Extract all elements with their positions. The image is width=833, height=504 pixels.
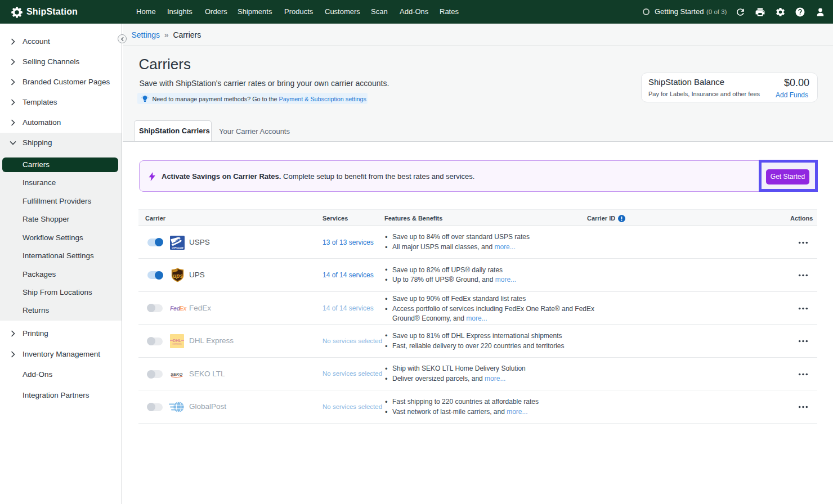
- svg-text:EXPRESS: EXPRESS: [172, 343, 182, 345]
- svg-text:USPS.COM: USPS.COM: [172, 246, 183, 249]
- svg-text:DHL: DHL: [173, 338, 182, 343]
- svg-text:ups: ups: [173, 273, 183, 279]
- svg-text:SEKO: SEKO: [171, 372, 182, 377]
